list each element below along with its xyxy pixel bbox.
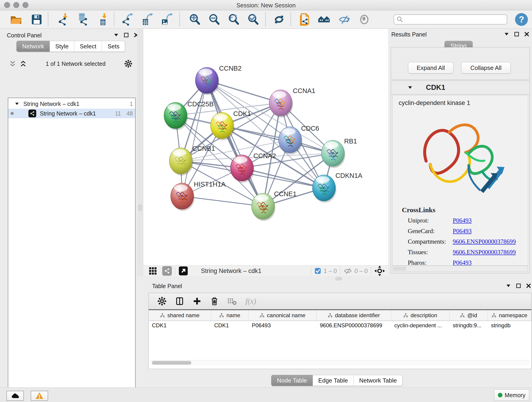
column-header-shared-name[interactable]: shared name bbox=[149, 310, 211, 321]
network-node-ccna1[interactable] bbox=[269, 90, 293, 118]
table-row[interactable]: CDK1CDK1P064939606.ENSP00000378699cyclin… bbox=[149, 321, 531, 330]
zoom-fit-button[interactable] bbox=[227, 13, 240, 26]
gene-header[interactable]: CDK1 bbox=[391, 81, 530, 95]
panel-collapse-caret[interactable] bbox=[114, 32, 119, 38]
help-button[interactable]: ? bbox=[515, 13, 528, 26]
selected-checkbox-icon[interactable] bbox=[314, 268, 321, 274]
network-node-ccnb1[interactable] bbox=[169, 148, 193, 176]
column-header-namespace[interactable]: namespace bbox=[488, 310, 531, 321]
protein-structure-image bbox=[412, 113, 509, 205]
zoom-in-button[interactable] bbox=[188, 13, 201, 26]
main-toolbar: ? bbox=[0, 10, 532, 29]
tab-style[interactable]: Style bbox=[50, 41, 74, 52]
gene-panel-scrollbar[interactable] bbox=[393, 266, 528, 272]
column-header-@id[interactable]: @id bbox=[450, 310, 488, 321]
network-node-cdc6[interactable] bbox=[279, 127, 302, 154]
hidden-eye-slash-icon[interactable] bbox=[343, 267, 352, 275]
tab-edge-table[interactable]: Edge Table bbox=[313, 375, 354, 386]
import-network-button[interactable] bbox=[58, 13, 70, 26]
save-session-button[interactable] bbox=[30, 13, 43, 26]
network-node-ccna2[interactable] bbox=[230, 155, 254, 183]
tab-select[interactable]: Select bbox=[74, 41, 102, 52]
show-columns-icon[interactable] bbox=[175, 297, 184, 306]
network-node-rb1[interactable] bbox=[322, 140, 345, 168]
column-header-description[interactable]: description bbox=[391, 310, 450, 321]
expand-all-chevrons-icon[interactable] bbox=[9, 60, 17, 68]
tab-sets[interactable]: Sets bbox=[102, 41, 125, 52]
column-header-name[interactable]: name bbox=[211, 310, 249, 321]
network-node-cdc25b[interactable] bbox=[164, 102, 188, 130]
network-node-cdkn1a[interactable] bbox=[312, 175, 336, 203]
birdseye-view-icon[interactable] bbox=[178, 266, 188, 276]
string-import-button[interactable] bbox=[298, 13, 311, 26]
crosslink-label: GeneCard: bbox=[408, 228, 453, 235]
expand-all-button[interactable]: Expand All bbox=[408, 62, 453, 74]
hide-glass-button[interactable] bbox=[338, 13, 351, 26]
open-session-button[interactable] bbox=[10, 13, 22, 26]
horizontal-splitter[interactable] bbox=[143, 276, 532, 281]
column-header-database-identifier[interactable]: database identifier bbox=[317, 310, 391, 321]
grid-view-icon[interactable] bbox=[148, 267, 157, 275]
panel-collapse-caret[interactable] bbox=[506, 283, 511, 288]
crosslink-link[interactable]: P06493 bbox=[453, 259, 472, 266]
tab-node-table[interactable]: Node Table bbox=[271, 375, 313, 386]
table-gear-icon[interactable] bbox=[157, 297, 167, 306]
export-image-button[interactable] bbox=[161, 13, 174, 26]
crosslink-link[interactable]: P06493 bbox=[453, 228, 472, 235]
horizontal-splitter-handle[interactable] bbox=[336, 277, 342, 280]
search-box[interactable] bbox=[394, 14, 507, 25]
delete-table-icon[interactable] bbox=[228, 297, 237, 306]
network-node-hist1h1a[interactable] bbox=[171, 183, 195, 211]
zoom-out-button[interactable] bbox=[208, 13, 221, 26]
network-collection-row[interactable]: String Network – cdk1 1 bbox=[8, 98, 135, 109]
panel-float-icon[interactable] bbox=[516, 283, 521, 288]
network-canvas[interactable]: CCNB2CCNA1CDC25BCDK1CDC6RB1CCNB1CCNA2CDK… bbox=[143, 29, 388, 265]
crosslink-link[interactable]: 9606.ENSP00000378699 bbox=[453, 249, 516, 256]
delete-column-icon[interactable] bbox=[210, 297, 219, 306]
crosshair-icon[interactable] bbox=[374, 266, 385, 276]
table-hscrollbar[interactable] bbox=[151, 360, 530, 365]
function-builder-icon[interactable]: f(x) bbox=[245, 297, 256, 306]
memory-button[interactable]: Memory bbox=[494, 389, 529, 401]
panel-collapse-caret[interactable] bbox=[504, 32, 509, 37]
export-table-button[interactable] bbox=[141, 13, 154, 26]
gene-collapse-caret[interactable] bbox=[408, 85, 413, 90]
search-input[interactable] bbox=[403, 16, 507, 23]
show-eye-button[interactable] bbox=[358, 13, 371, 26]
crosslink-link[interactable]: P06493 bbox=[453, 217, 472, 224]
network-edge[interactable] bbox=[182, 80, 207, 196]
network-node-ccne1[interactable] bbox=[252, 193, 275, 221]
network-badge-icon[interactable] bbox=[162, 266, 172, 276]
warnings-button[interactable] bbox=[31, 391, 48, 401]
import-network-from-database-button[interactable] bbox=[76, 13, 89, 26]
left-splitter[interactable] bbox=[137, 29, 143, 276]
tab-network-table[interactable]: Network Table bbox=[354, 375, 403, 386]
network-node-cdk1[interactable] bbox=[210, 113, 234, 140]
collection-caret-icon[interactable] bbox=[15, 102, 19, 106]
zoom-selected-button[interactable] bbox=[247, 13, 260, 26]
panel-float-icon[interactable] bbox=[514, 32, 519, 37]
add-column-icon[interactable] bbox=[193, 297, 201, 306]
crosslink-link[interactable]: 9606.ENSP00000378699 bbox=[453, 238, 516, 245]
cloud-status-button[interactable] bbox=[6, 391, 24, 401]
gear-icon[interactable] bbox=[124, 60, 133, 68]
eye-slash-icon bbox=[340, 16, 349, 24]
import-table-button[interactable] bbox=[97, 13, 109, 26]
apply-layout-button[interactable] bbox=[273, 13, 285, 26]
network-node-ccnb2[interactable] bbox=[196, 67, 219, 95]
export-network-button[interactable] bbox=[122, 13, 135, 26]
network-row[interactable]: String Network – cdk1 11 48 bbox=[8, 109, 135, 118]
string-home-button[interactable] bbox=[317, 13, 330, 26]
memory-status-dot bbox=[498, 393, 502, 397]
tab-network[interactable]: Network bbox=[17, 41, 50, 52]
column-header-canonical-name[interactable]: canonical name bbox=[249, 310, 317, 321]
panel-close-icon[interactable] bbox=[524, 32, 529, 37]
table-hscrollbar-thumb[interactable] bbox=[152, 361, 191, 365]
collapse-all-button[interactable]: Collapse All bbox=[461, 62, 511, 74]
collapse-all-chevrons-icon[interactable] bbox=[19, 60, 27, 68]
left-splitter-handle[interactable] bbox=[138, 204, 142, 211]
network-graph[interactable]: CCNB2CCNA1CDC25BCDK1CDC6RB1CCNB1CCNA2CDK… bbox=[143, 29, 388, 265]
node-label-rb1: RB1 bbox=[344, 138, 357, 145]
panel-float-icon[interactable] bbox=[124, 32, 129, 38]
panel-close-icon[interactable] bbox=[526, 283, 531, 288]
